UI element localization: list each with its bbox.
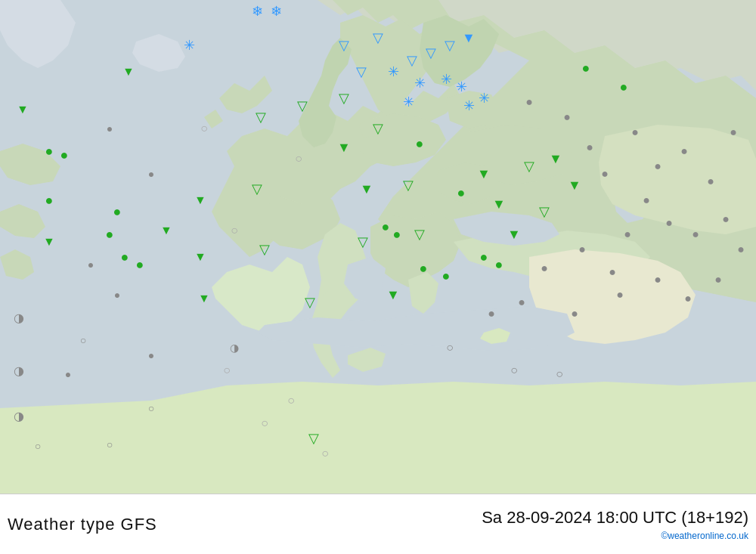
map-title: Weather type GFS bbox=[8, 515, 157, 534]
datetime-display: Sa 28-09-2024 18:00 UTC (18+192) bbox=[482, 508, 748, 528]
map-svg bbox=[0, 0, 756, 494]
copyright: ©weatheronline.co.uk bbox=[661, 531, 748, 541]
title-section: Weather type GFS bbox=[8, 515, 157, 534]
date-section: Sa 28-09-2024 18:00 UTC (18+192) ©weathe… bbox=[482, 508, 748, 541]
map-container: ▼ ● ● ▼ ● ▼ ● ● ▼ ▼ ▼ ● ● ▼ ● ● ● ● ○ ○ … bbox=[0, 0, 756, 554]
bottom-bar: Weather type GFS Sa 28-09-2024 18:00 UTC… bbox=[0, 494, 756, 554]
